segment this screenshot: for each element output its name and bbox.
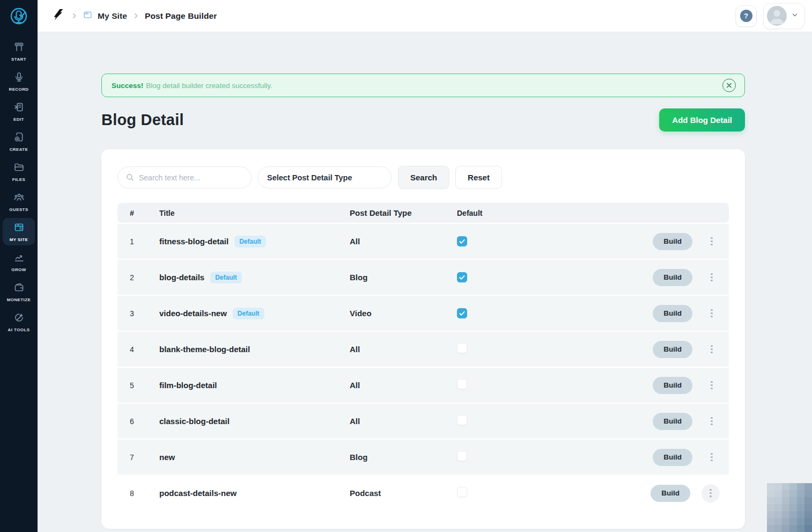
row-post-detail-type: Blog: [350, 453, 457, 462]
people-icon: [13, 192, 25, 205]
folder-icon: [13, 162, 25, 175]
breadcrumb: My Site Post Page Builder: [52, 8, 217, 24]
default-checkbox[interactable]: [457, 379, 467, 389]
wallet-icon: [13, 282, 25, 295]
chevron-right-icon: [132, 12, 139, 19]
search-button[interactable]: Search: [398, 166, 449, 189]
row-title: blank-theme-blog-detail: [159, 345, 250, 354]
row-post-detail-type: All: [350, 417, 457, 426]
row-title: film-blog-detail: [159, 381, 217, 390]
magic-wand-icon: [13, 312, 25, 325]
row-title: podcast-details-new: [159, 489, 237, 498]
row-title: classic-blog-detail: [159, 417, 230, 426]
sidebar-item-files[interactable]: FILES: [3, 158, 35, 185]
help-button[interactable]: ?: [735, 5, 757, 27]
success-alert: Success! Blog detail builder created suc…: [101, 74, 745, 97]
sidebar-item-grow[interactable]: GROW: [3, 248, 35, 275]
user-menu[interactable]: [763, 3, 804, 29]
default-checkbox[interactable]: [457, 415, 467, 425]
sidebar-item-guests[interactable]: GUESTS: [3, 188, 35, 215]
default-checkbox[interactable]: [457, 272, 467, 282]
search-box: [117, 166, 252, 188]
header-post-detail-type: Post Detail Type: [350, 208, 457, 217]
build-button[interactable]: Build: [653, 413, 692, 430]
default-checkbox[interactable]: [457, 487, 467, 497]
table-header: # Title Post Detail Type Default: [117, 203, 729, 223]
kebab-menu-icon[interactable]: [704, 377, 720, 393]
add-blog-detail-button[interactable]: Add Blog Detail: [659, 108, 745, 132]
row-number: 4: [117, 345, 159, 354]
row-title: blog-details: [159, 273, 204, 282]
build-button[interactable]: Build: [653, 377, 692, 394]
default-badge: Default: [210, 272, 242, 283]
build-button[interactable]: Build: [653, 233, 692, 250]
sidebar-item-label: AI TOOLS: [8, 327, 30, 332]
kebab-menu-icon[interactable]: [704, 413, 720, 429]
sidebar-item-create[interactable]: CREATE: [3, 128, 35, 155]
kebab-menu-icon[interactable]: [704, 449, 720, 465]
table-row: 6 classic-blog-detail All Build: [117, 403, 729, 439]
header-default: Default: [457, 209, 729, 217]
search-input[interactable]: [139, 173, 243, 182]
reset-button[interactable]: Reset: [455, 166, 502, 189]
sidebar-item-monetize[interactable]: MONETIZE: [3, 278, 35, 305]
row-post-detail-type: All: [350, 237, 457, 246]
row-number: 1: [117, 237, 159, 246]
alert-close-button[interactable]: [722, 79, 736, 92]
table-row: 3 video-details-new Default Video Build: [117, 295, 729, 331]
sidebar-item-label: GUESTS: [9, 207, 28, 212]
default-badge: Default: [233, 308, 264, 319]
kebab-menu-icon[interactable]: [704, 341, 720, 358]
search-icon: [126, 173, 135, 182]
default-checkbox[interactable]: [457, 343, 467, 353]
sidebar-item-ai-tools[interactable]: AI TOOLS: [3, 308, 35, 336]
sidebar-item-label: MY SITE: [10, 237, 28, 242]
select-value: Select Post Detail Type: [267, 173, 352, 182]
row-number: 2: [117, 273, 159, 282]
sidebar-nav: START RECORD EDIT CREATE: [0, 33, 38, 336]
table-row: 5 film-blog-detail All Build: [117, 367, 729, 403]
default-checkbox[interactable]: [457, 451, 467, 461]
build-button[interactable]: Build: [653, 341, 692, 358]
brand-bolt-icon[interactable]: [52, 8, 65, 24]
sidebar-item-label: RECORD: [9, 87, 28, 92]
kebab-menu-icon[interactable]: [702, 484, 720, 502]
sidebar-item-label: FILES: [12, 177, 26, 182]
topbar: My Site Post Page Builder ?: [38, 0, 812, 32]
sidebar-item-record[interactable]: RECORD: [3, 68, 35, 95]
default-checkbox[interactable]: [457, 308, 467, 318]
table-row: 1 fitness-blog-detail Default All Build: [117, 223, 729, 259]
table-body: 1 fitness-blog-detail Default All Build …: [117, 223, 729, 511]
kebab-menu-icon[interactable]: [704, 269, 720, 286]
sidebar-item-edit[interactable]: EDIT: [3, 98, 35, 125]
sidebar-item-my-site[interactable]: MY SITE: [3, 218, 35, 245]
browser-window-icon: [13, 222, 25, 235]
topbar-actions: ?: [735, 3, 804, 29]
default-checkbox[interactable]: [457, 236, 467, 246]
post-detail-type-select[interactable]: Select Post Detail Type: [257, 166, 392, 188]
kebab-menu-icon[interactable]: [704, 234, 720, 250]
breadcrumb-page: Post Page Builder: [145, 11, 217, 21]
pixelated-widget: [767, 483, 812, 532]
build-button[interactable]: Build: [653, 449, 692, 466]
start-icon: [13, 41, 25, 55]
sidebar-item-label: CREATE: [10, 147, 28, 152]
row-number: 6: [117, 417, 159, 426]
build-button[interactable]: Build: [653, 269, 692, 286]
row-title: new: [159, 453, 175, 462]
build-button[interactable]: Build: [651, 485, 690, 502]
microphone-icon: [13, 71, 25, 85]
kebab-menu-icon[interactable]: [704, 305, 720, 322]
breadcrumb-site[interactable]: My Site: [98, 11, 127, 21]
app-logo-icon[interactable]: [0, 0, 38, 33]
table-row: 2 blog-details Default Blog Build: [117, 259, 729, 295]
row-post-detail-type: Podcast: [350, 489, 457, 498]
sidebar-item-label: EDIT: [13, 117, 24, 122]
site-window-icon: [83, 10, 92, 21]
build-button[interactable]: Build: [653, 305, 692, 322]
row-number: 7: [117, 453, 159, 462]
row-post-detail-type: All: [350, 381, 457, 390]
row-post-detail-type: All: [350, 345, 457, 354]
header-title: Title: [159, 209, 350, 217]
sidebar-item-start[interactable]: START: [3, 38, 35, 65]
